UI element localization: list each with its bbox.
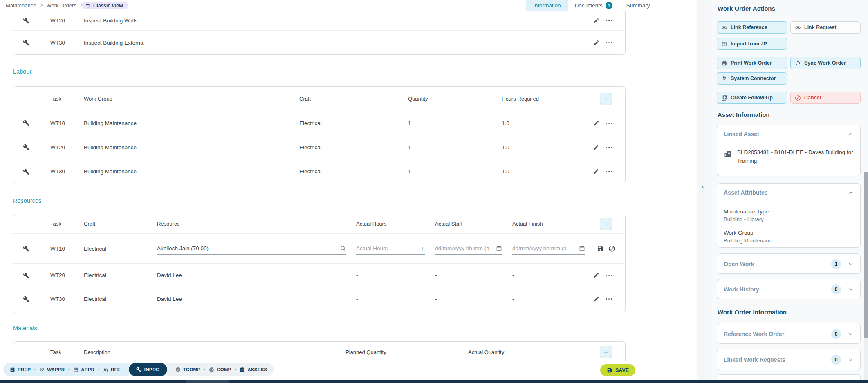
labour-row[interactable]: WT10 Building Maintenance Electrical 1 1… bbox=[13, 111, 625, 135]
floppy-icon bbox=[607, 367, 612, 373]
edit-button[interactable] bbox=[593, 120, 599, 126]
workflow-state-assess[interactable]: ASSESS bbox=[240, 367, 267, 372]
save-row-button[interactable] bbox=[597, 245, 604, 252]
create-follow-up-button[interactable]: Create Follow-Up bbox=[717, 92, 787, 104]
resources-section-title: Resources bbox=[13, 197, 41, 204]
table-row[interactable]: WT20 Inspect Building Walls bbox=[13, 11, 625, 30]
sync-work-order-button[interactable]: Sync Work Order bbox=[790, 57, 861, 69]
ellipsis-icon bbox=[606, 298, 612, 300]
more-actions-button[interactable] bbox=[606, 42, 612, 43]
save-button[interactable]: SAVE bbox=[600, 364, 635, 376]
edit-button[interactable] bbox=[593, 168, 599, 175]
cancel-row-button[interactable] bbox=[608, 245, 615, 252]
sidebar-scrollbar-thumb[interactable] bbox=[864, 172, 868, 338]
open-work-card[interactable]: Open Work 1 bbox=[717, 253, 861, 274]
linked-asset-name[interactable]: BLD2053481 - B101-DLEE - Daves Building … bbox=[737, 148, 854, 166]
resource-row[interactable]: WT30 Electrical David Lee - - - bbox=[13, 287, 625, 311]
sidebar-collapse-handle[interactable]: › bbox=[702, 183, 704, 190]
more-actions-button[interactable] bbox=[606, 147, 612, 148]
column-header: Actual Quantity bbox=[468, 349, 600, 355]
more-actions-button[interactable] bbox=[606, 20, 612, 21]
attribute-label: Maintenance Type bbox=[724, 208, 854, 215]
chevron-down-icon[interactable] bbox=[848, 331, 854, 337]
breadcrumb-maintenance[interactable]: Maintenance bbox=[6, 2, 36, 9]
sidebar-scrollbar-track[interactable] bbox=[864, 338, 868, 380]
ellipsis-icon bbox=[606, 147, 612, 148]
tab-summary[interactable]: Summary bbox=[619, 0, 657, 11]
add-document-icon bbox=[721, 95, 727, 101]
workflow-state-inprg-active[interactable]: INPRG bbox=[129, 363, 167, 376]
more-actions-button[interactable] bbox=[606, 275, 612, 276]
import-from-jp-button[interactable]: Import from JP bbox=[717, 38, 787, 50]
edit-button[interactable] bbox=[593, 18, 599, 24]
column-header: Task bbox=[39, 349, 84, 355]
actual-finish-cell: - bbox=[512, 296, 593, 302]
calendar-icon[interactable] bbox=[496, 245, 502, 251]
breadcrumb-work-orders[interactable]: Work Orders bbox=[46, 2, 76, 9]
classic-view-button[interactable]: Classic View bbox=[82, 2, 128, 9]
labour-row[interactable]: WT20 Building Maintenance Electrical 1 1… bbox=[13, 135, 625, 159]
task-id: WT20 bbox=[39, 272, 84, 278]
system-connector-button[interactable]: System Connector bbox=[717, 72, 787, 85]
workflow-separator-dot bbox=[204, 369, 205, 370]
chevron-up-icon[interactable] bbox=[848, 190, 854, 195]
workflow-state-comp[interactable]: COMP bbox=[209, 367, 231, 372]
workflow-separator-dot bbox=[235, 369, 236, 370]
ellipsis-icon bbox=[606, 123, 612, 124]
edit-button[interactable] bbox=[593, 144, 599, 150]
cancel-work-order-button[interactable]: Cancel bbox=[790, 92, 861, 104]
link-reference-button[interactable]: Link Reference bbox=[717, 21, 787, 34]
wrench-icon bbox=[23, 144, 29, 150]
asset-attributes-card: Asset Attributes Maintenance Type Buildi… bbox=[717, 183, 861, 248]
link-request-button[interactable]: Link Request bbox=[790, 21, 861, 34]
craft-cell: Electrical bbox=[299, 144, 408, 150]
pencil-icon bbox=[593, 296, 599, 302]
workflow-state-tcomp[interactable]: TCOMP bbox=[175, 367, 201, 372]
calendar-icon[interactable] bbox=[579, 245, 585, 251]
workflow-state-wappr[interactable]: WAPPR bbox=[39, 367, 65, 372]
chevron-up-icon[interactable] bbox=[848, 131, 854, 137]
import-icon bbox=[721, 41, 727, 47]
actual-hours-cell: - bbox=[356, 296, 435, 302]
craft-cell: Electrical bbox=[84, 296, 157, 302]
chevron-down-icon[interactable] bbox=[848, 287, 854, 292]
add-resource-button[interactable]: + bbox=[600, 218, 612, 230]
search-icon[interactable] bbox=[340, 245, 346, 251]
tab-documents[interactable]: Documents1 bbox=[568, 0, 619, 11]
workflow-state-prep[interactable]: PREP bbox=[10, 367, 31, 372]
task-id: WT20 bbox=[39, 18, 84, 24]
actual-start-cell: - bbox=[435, 272, 512, 278]
decrement-button[interactable]: − bbox=[414, 245, 417, 252]
resource-input[interactable] bbox=[157, 245, 338, 251]
block-icon bbox=[608, 245, 615, 252]
increment-button[interactable]: + bbox=[421, 245, 424, 252]
labour-section-title: Labour bbox=[13, 68, 31, 75]
more-actions-button[interactable] bbox=[606, 171, 612, 172]
plug-icon bbox=[721, 76, 727, 82]
workflow-state-appr[interactable]: APPR bbox=[73, 367, 94, 372]
more-actions-button[interactable] bbox=[606, 123, 612, 124]
main-content: WT20 Inspect Building Walls WT30 Inspect… bbox=[0, 11, 696, 383]
tab-information[interactable]: Information bbox=[526, 0, 568, 11]
actual-hours-input[interactable] bbox=[356, 245, 413, 251]
table-row[interactable]: WT30 Inspect Building External bbox=[13, 30, 625, 54]
work-history-card[interactable]: Work History 0 bbox=[717, 279, 861, 299]
add-material-button[interactable]: + bbox=[600, 346, 612, 358]
add-labour-button[interactable]: + bbox=[600, 93, 612, 105]
edit-button[interactable] bbox=[593, 40, 599, 46]
workflow-state-rfe[interactable]: RFE bbox=[103, 367, 121, 372]
actual-finish-input[interactable] bbox=[512, 245, 577, 251]
chevron-down-icon[interactable] bbox=[848, 261, 854, 267]
print-work-order-button[interactable]: Print Work Order bbox=[717, 57, 787, 69]
reference-work-order-card[interactable]: Reference Work Order 0 bbox=[717, 323, 861, 344]
actual-start-input[interactable] bbox=[435, 245, 494, 251]
resource-row[interactable]: WT20 Electrical David Lee - - - bbox=[13, 263, 625, 287]
chevron-down-icon[interactable] bbox=[848, 357, 854, 363]
linked-work-requests-card[interactable]: Linked Work Requests 0 bbox=[717, 349, 861, 370]
task-id: WT30 bbox=[39, 40, 84, 46]
edit-button[interactable] bbox=[593, 296, 599, 302]
edit-button[interactable] bbox=[593, 272, 599, 278]
attribute-value: Building - Library bbox=[724, 216, 854, 222]
more-actions-button[interactable] bbox=[606, 298, 612, 300]
labour-row[interactable]: WT30 Building Maintenance Electrical 1 1… bbox=[13, 159, 625, 184]
